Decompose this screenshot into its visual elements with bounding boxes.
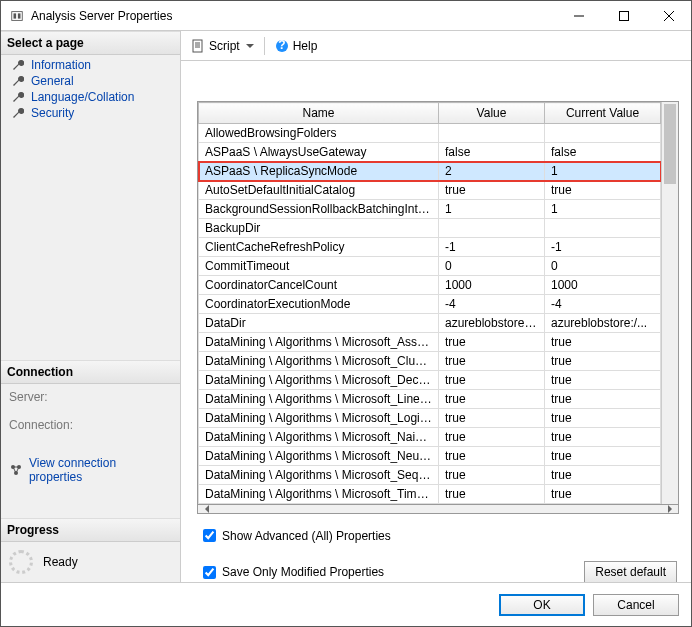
cell-value[interactable]: true [439,409,545,428]
cell-current[interactable]: 1000 [545,276,661,295]
cell-value[interactable] [439,124,545,143]
cell-current[interactable]: true [545,447,661,466]
cell-current[interactable]: true [545,333,661,352]
cell-value[interactable]: azureblobstore:/... [439,314,545,333]
table-row[interactable]: DataMining \ Algorithms \ Microsoft_Logi… [199,409,661,428]
show-advanced-label: Show Advanced (All) Properties [222,529,391,543]
cell-value[interactable]: 2 [439,162,545,181]
cell-name: CoordinatorCancelCount [199,276,439,295]
cell-name: ASPaaS \ AlwaysUseGateway [199,143,439,162]
scroll-thumb[interactable] [664,104,676,184]
help-icon: ? [275,39,289,53]
maximize-button[interactable] [601,1,646,30]
cell-value[interactable]: true [439,352,545,371]
page-nav-security[interactable]: Security [1,105,180,121]
toolbar: Script ? Help [181,31,691,61]
table-row[interactable]: ASPaaS \ ReplicaSyncMode21 [199,162,661,181]
cell-value[interactable]: false [439,143,545,162]
table-row[interactable]: ClientCacheRefreshPolicy-1-1 [199,238,661,257]
table-row[interactable]: CoordinatorExecutionMode-4-4 [199,295,661,314]
cell-value[interactable]: true [439,428,545,447]
page-nav-label: Security [31,106,74,120]
show-advanced-checkbox[interactable]: Show Advanced (All) Properties [199,526,677,545]
cell-value[interactable]: true [439,333,545,352]
save-modified-checkbox[interactable]: Save Only Modified Properties [199,563,584,582]
table-row[interactable]: CommitTimeout00 [199,257,661,276]
show-advanced-input[interactable] [203,529,216,542]
table-row[interactable]: ASPaaS \ AlwaysUseGatewayfalsefalse [199,143,661,162]
cell-value[interactable]: true [439,447,545,466]
cell-value[interactable]: true [439,371,545,390]
cell-value[interactable]: true [439,390,545,409]
cell-current[interactable]: true [545,485,661,504]
table-row[interactable]: BackupDir [199,219,661,238]
cell-current[interactable]: true [545,352,661,371]
save-modified-input[interactable] [203,566,216,579]
cancel-button[interactable]: Cancel [593,594,679,616]
properties-grid[interactable]: Name Value Current Value AllowedBrowsing… [197,101,679,505]
minimize-button[interactable] [556,1,601,30]
cell-current[interactable]: true [545,409,661,428]
vertical-scrollbar[interactable] [661,102,678,504]
cell-current[interactable]: true [545,428,661,447]
cell-name: BackgroundSessionRollbackBatchingInterva… [199,200,439,219]
page-nav-general[interactable]: General [1,73,180,89]
cell-current[interactable]: -1 [545,238,661,257]
cell-current[interactable]: azureblobstore:/... [545,314,661,333]
progress-spinner-icon [9,550,33,574]
table-row[interactable]: DataMining \ Algorithms \ Microsoft_Time… [199,485,661,504]
scroll-right-icon[interactable] [661,505,678,513]
ok-button[interactable]: OK [499,594,585,616]
wrench-icon [11,58,25,72]
table-row[interactable]: DataMining \ Algorithms \ Microsoft_Neur… [199,447,661,466]
cell-current[interactable]: true [545,181,661,200]
table-row[interactable]: DataMining \ Algorithms \ Microsoft_Sequ… [199,466,661,485]
cell-current[interactable]: 1 [545,162,661,181]
table-row[interactable]: CoordinatorCancelCount10001000 [199,276,661,295]
connection-header: Connection [1,360,180,384]
cell-value[interactable]: 1 [439,200,545,219]
horizontal-scrollbar[interactable] [197,505,679,514]
table-row[interactable]: DataMining \ Algorithms \ Microsoft_Asso… [199,333,661,352]
page-nav-language-collation[interactable]: Language/Collation [1,89,180,105]
cell-current[interactable]: 1 [545,200,661,219]
col-header-current[interactable]: Current Value [545,103,661,124]
col-header-name[interactable]: Name [199,103,439,124]
cell-value[interactable]: 1000 [439,276,545,295]
page-nav-information[interactable]: Information [1,57,180,73]
table-row[interactable]: AutoSetDefaultInitialCatalogtruetrue [199,181,661,200]
view-connection-properties-label: View connection properties [29,456,172,484]
cell-value[interactable]: true [439,485,545,504]
table-row[interactable]: DataMining \ Algorithms \ Microsoft_Naiv… [199,428,661,447]
cell-value[interactable]: true [439,466,545,485]
cell-current[interactable]: false [545,143,661,162]
table-row[interactable]: DataDirazureblobstore:/...azureblobstore… [199,314,661,333]
table-row[interactable]: DataMining \ Algorithms \ Microsoft_Deci… [199,371,661,390]
help-label: Help [293,39,318,53]
cell-current[interactable]: 0 [545,257,661,276]
col-header-value[interactable]: Value [439,103,545,124]
scroll-left-icon[interactable] [198,505,215,513]
close-button[interactable] [646,1,691,30]
cell-value[interactable]: true [439,181,545,200]
table-row[interactable]: DataMining \ Algorithms \ Microsoft_Line… [199,390,661,409]
view-connection-properties-link[interactable]: View connection properties [1,452,180,488]
cell-value[interactable]: -4 [439,295,545,314]
table-row[interactable]: AllowedBrowsingFolders [199,124,661,143]
cell-current[interactable]: true [545,466,661,485]
cell-current[interactable] [545,219,661,238]
cell-current[interactable]: -4 [545,295,661,314]
cell-value[interactable]: 0 [439,257,545,276]
cell-current[interactable]: true [545,371,661,390]
table-row[interactable]: BackgroundSessionRollbackBatchingInterva… [199,200,661,219]
cell-value[interactable] [439,219,545,238]
script-button[interactable]: Script [187,37,258,55]
cell-current[interactable]: true [545,390,661,409]
progress-header: Progress [1,518,180,542]
help-button[interactable]: ? Help [271,37,322,55]
cell-current[interactable] [545,124,661,143]
title-bar: Analysis Server Properties [1,1,691,31]
table-row[interactable]: DataMining \ Algorithms \ Microsoft_Clus… [199,352,661,371]
cell-value[interactable]: -1 [439,238,545,257]
reset-default-button[interactable]: Reset default [584,561,677,583]
